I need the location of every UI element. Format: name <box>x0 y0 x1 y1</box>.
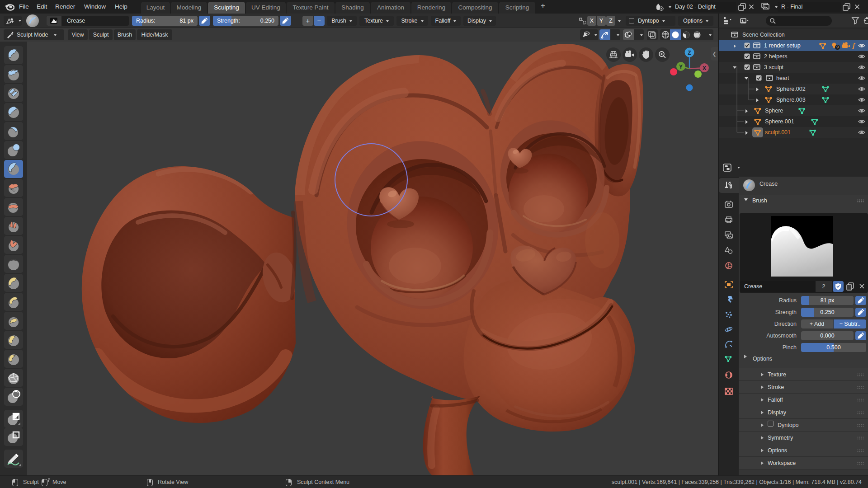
svg-text:Z: Z <box>688 50 691 56</box>
svg-text:X: X <box>703 65 706 71</box>
svg-text:Y: Y <box>679 64 683 70</box>
